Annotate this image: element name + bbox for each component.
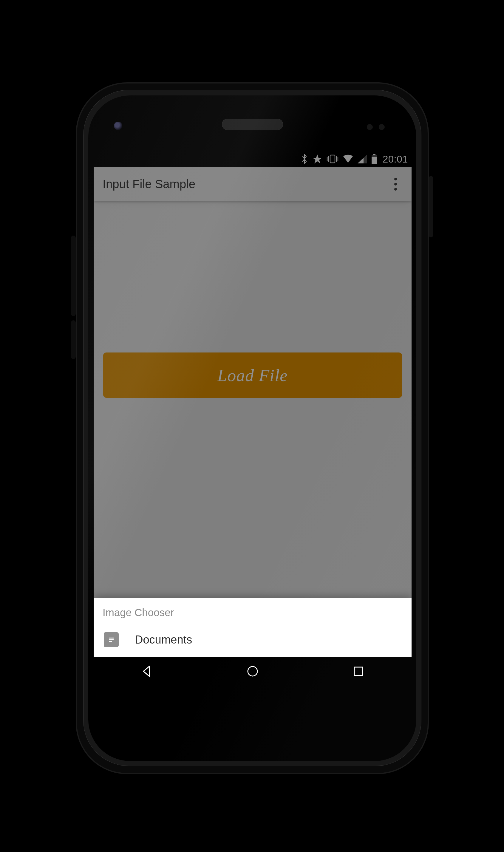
nav-recents-button[interactable] [335,657,382,686]
document-icon [104,632,119,647]
overflow-menu-button[interactable] [388,177,402,191]
front-camera [114,122,122,130]
nav-back-button[interactable] [123,657,170,686]
proximity-sensor-2 [379,124,385,130]
screen: 20:01 Input File Sample Load File Image … [94,151,412,686]
vibrate-icon [327,155,339,163]
svg-rect-11 [109,641,112,642]
load-file-button-label: Load File [217,365,288,385]
status-clock: 20:01 [383,154,408,164]
signal-icon [358,155,367,163]
svg-rect-9 [109,638,114,638]
star-icon [312,154,322,164]
back-icon [140,665,154,678]
chooser-item-documents[interactable]: Documents [103,630,402,650]
chooser-item-label: Documents [135,633,192,646]
svg-rect-5 [373,154,376,156]
load-file-button[interactable]: Load File [103,352,402,398]
svg-rect-0 [330,155,335,163]
svg-rect-7 [372,157,377,164]
bluetooth-icon [301,153,308,164]
battery-icon [371,154,377,164]
navigation-bar [94,657,412,686]
volume-button-2 [71,320,76,359]
volume-button-1 [71,236,76,316]
image-chooser-sheet: Image Chooser Documents [94,598,412,657]
svg-rect-10 [109,639,114,640]
app-bar: Input File Sample [94,167,412,201]
wifi-icon [343,155,354,163]
more-vert-icon [394,177,397,192]
svg-rect-13 [354,667,363,675]
content-area: Load File [94,201,412,657]
status-bar: 20:01 [94,151,412,167]
proximity-sensor-1 [367,124,373,130]
earpiece-speaker [222,119,283,130]
nav-home-button[interactable] [229,657,276,686]
app-title: Input File Sample [103,178,388,191]
stage: 20:01 Input File Sample Load File Image … [0,0,504,852]
home-icon [246,665,259,678]
chooser-title: Image Chooser [103,606,402,618]
status-icons [301,153,377,164]
svg-point-12 [248,667,257,676]
recents-icon [352,665,365,678]
power-button [429,176,433,237]
